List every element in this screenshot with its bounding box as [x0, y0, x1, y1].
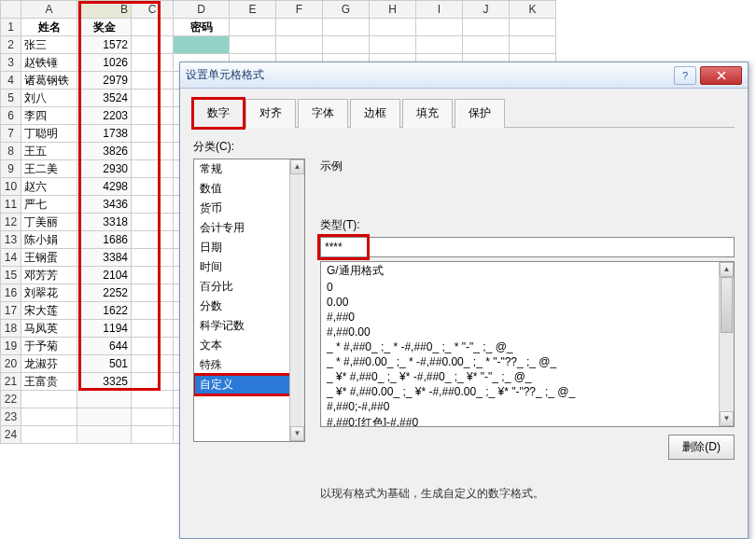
format-listbox[interactable]: G/通用格式00.00#,##0#,##0.00_ * #,##0_ ;_ * …: [320, 261, 735, 427]
cell-B18[interactable]: 1194: [77, 320, 132, 338]
cell-C9[interactable]: [132, 160, 174, 178]
cell-B12[interactable]: 3318: [77, 214, 132, 231]
cell-B20[interactable]: 501: [77, 355, 132, 373]
row-header-2[interactable]: 2: [1, 36, 21, 54]
cell-H1[interactable]: [370, 19, 416, 36]
cell-C19[interactable]: [132, 338, 174, 355]
scroll-up-icon[interactable]: ▲: [720, 262, 734, 277]
row-header-18[interactable]: 18: [1, 320, 21, 338]
cell-E1[interactable]: [230, 19, 276, 36]
cell-A13[interactable]: 陈小娟: [21, 231, 77, 249]
cell-I2[interactable]: [416, 36, 463, 54]
cell-C16[interactable]: [132, 284, 174, 302]
row-header-21[interactable]: 21: [1, 373, 21, 391]
col-header-C[interactable]: C: [132, 1, 174, 19]
cell-B13[interactable]: 1686: [77, 231, 132, 249]
cell-C7[interactable]: [132, 125, 174, 143]
scroll-thumb[interactable]: [721, 277, 733, 333]
cell-G2[interactable]: [323, 36, 370, 54]
format-item[interactable]: #,##0;-#,##0: [321, 399, 734, 414]
cell-A6[interactable]: 李四: [21, 107, 77, 125]
cell-B8[interactable]: 3826: [77, 143, 132, 160]
row-header-12[interactable]: 12: [1, 214, 21, 231]
cell-B23[interactable]: [77, 408, 132, 426]
cell-A7[interactable]: 丁聪明: [21, 125, 77, 143]
row-header-22[interactable]: 22: [1, 391, 21, 408]
cell-H2[interactable]: [370, 36, 416, 54]
cell-G1[interactable]: [323, 19, 370, 36]
type-input[interactable]: [320, 237, 735, 257]
cell-A21[interactable]: 王富贵: [21, 373, 77, 391]
category-item[interactable]: 日期: [194, 238, 304, 257]
cell-C6[interactable]: [132, 107, 174, 125]
cell-J1[interactable]: [463, 19, 510, 36]
cell-A3[interactable]: 赵铁锤: [21, 54, 77, 72]
cell-C11[interactable]: [132, 196, 174, 214]
cell-A9[interactable]: 王二美: [21, 160, 77, 178]
category-item[interactable]: 时间: [194, 257, 304, 277]
format-item[interactable]: _ ¥* #,##0.00_ ;_ ¥* -#,##0.00_ ;_ ¥* "-…: [321, 384, 734, 399]
tab-border[interactable]: 边框: [350, 99, 400, 128]
cell-C1[interactable]: [132, 19, 174, 36]
row-header-10[interactable]: 10: [1, 178, 21, 196]
row-header-6[interactable]: 6: [1, 107, 21, 125]
cell-E2[interactable]: [230, 36, 276, 54]
category-item[interactable]: 百分比: [194, 277, 304, 297]
scroll-up-icon[interactable]: ▲: [290, 159, 304, 174]
cell-A18[interactable]: 马凤英: [21, 320, 77, 338]
cell-J2[interactable]: [463, 36, 510, 54]
row-header-15[interactable]: 15: [1, 267, 21, 284]
cell-D2[interactable]: [174, 36, 230, 54]
col-header-D[interactable]: D: [174, 1, 230, 19]
cell-A11[interactable]: 严七: [21, 196, 77, 214]
row-header-1[interactable]: 1: [1, 19, 21, 36]
scroll-down-icon[interactable]: ▼: [720, 411, 734, 426]
category-item[interactable]: 自定义: [194, 375, 304, 394]
format-item[interactable]: #,##0.00: [321, 325, 734, 339]
category-item[interactable]: 分数: [194, 297, 304, 316]
tab-alignment[interactable]: 对齐: [245, 99, 296, 128]
cell-C20[interactable]: [132, 355, 174, 373]
cell-A23[interactable]: [21, 408, 77, 426]
cell-A14[interactable]: 王钢蛋: [21, 249, 77, 267]
cell-C14[interactable]: [132, 249, 174, 267]
col-header-H[interactable]: H: [370, 1, 416, 19]
cell-A12[interactable]: 丁美丽: [21, 214, 77, 231]
format-scrollbar[interactable]: ▲ ▼: [719, 262, 734, 426]
col-header-F[interactable]: F: [276, 1, 323, 19]
cell-B3[interactable]: 1026: [77, 54, 132, 72]
category-item[interactable]: 会计专用: [194, 218, 304, 238]
row-header-16[interactable]: 16: [1, 284, 21, 302]
format-item[interactable]: _ * #,##0.00_ ;_ * -#,##0.00_ ;_ * "-"??…: [321, 354, 734, 369]
cell-D1[interactable]: 密码: [174, 19, 230, 36]
scroll-down-icon[interactable]: ▼: [290, 426, 304, 441]
row-header-14[interactable]: 14: [1, 249, 21, 267]
cell-A19[interactable]: 于予菊: [21, 338, 77, 355]
cell-K2[interactable]: [510, 36, 556, 54]
row-header-20[interactable]: 20: [1, 355, 21, 373]
help-button[interactable]: ?: [674, 66, 696, 85]
cell-A10[interactable]: 赵六: [21, 178, 77, 196]
format-item[interactable]: #,##0;[红色]-#,##0: [321, 414, 734, 427]
format-item[interactable]: 0.00: [321, 295, 734, 310]
cell-A17[interactable]: 宋大莲: [21, 302, 77, 320]
cell-C2[interactable]: [132, 36, 174, 54]
cell-C17[interactable]: [132, 302, 174, 320]
cell-F2[interactable]: [276, 36, 323, 54]
cell-A4[interactable]: 诸葛钢铁: [21, 72, 77, 90]
cell-C10[interactable]: [132, 178, 174, 196]
row-header-24[interactable]: 24: [1, 426, 21, 444]
col-header-E[interactable]: E: [230, 1, 276, 19]
cell-C12[interactable]: [132, 214, 174, 231]
cell-C3[interactable]: [132, 54, 174, 72]
dialog-titlebar[interactable]: 设置单元格格式 ?: [180, 62, 748, 89]
format-item[interactable]: G/通用格式: [321, 262, 734, 280]
category-item[interactable]: 文本: [194, 336, 304, 355]
col-header-A[interactable]: A: [21, 1, 77, 19]
cell-C21[interactable]: [132, 373, 174, 391]
close-button[interactable]: [700, 66, 742, 85]
cell-F1[interactable]: [276, 19, 323, 36]
cell-A16[interactable]: 刘翠花: [21, 284, 77, 302]
cell-C23[interactable]: [132, 408, 174, 426]
cell-K1[interactable]: [510, 19, 556, 36]
